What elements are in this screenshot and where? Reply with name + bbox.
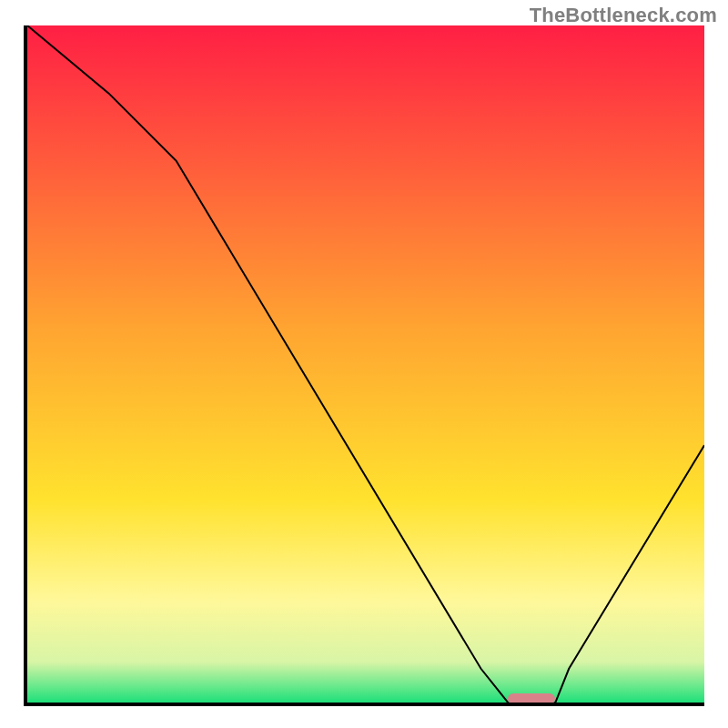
watermark-text: TheBottleneck.com [530, 4, 717, 27]
optimal-marker [508, 693, 555, 704]
svg-rect-0 [27, 25, 704, 703]
gradient-background [27, 25, 704, 703]
plot-area [24, 25, 704, 706]
chart-container: TheBottleneck.com [0, 0, 728, 728]
